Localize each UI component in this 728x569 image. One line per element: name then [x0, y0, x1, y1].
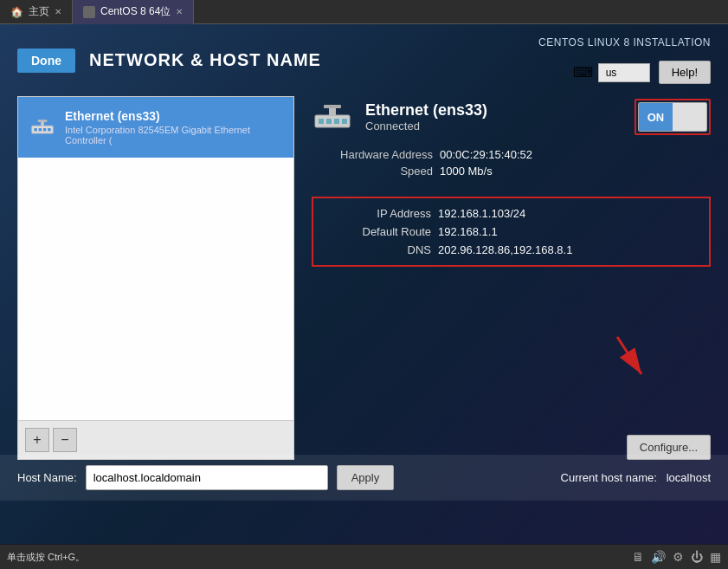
ethernet-detail-icon [312, 96, 353, 138]
main-window: Done NETWORK & HOST NAME CENTOS LINUX 8 … [0, 24, 728, 544]
content-area: Ethernet (ens33) Intel Corporation 82545… [0, 96, 728, 460]
centos-tab-icon [83, 6, 95, 18]
ethernet-list-icon [29, 113, 56, 141]
page-title: NETWORK & HOST NAME [89, 50, 321, 70]
default-route-row: Default Route 192.168.1.1 [327, 225, 695, 238]
home-icon: 🏠 [10, 6, 23, 18]
apply-button[interactable]: Apply [337, 465, 395, 490]
tab-bar: 🏠 主页 ✕ CentOS 8 64位 ✕ [0, 0, 728, 24]
svg-rect-2 [39, 128, 42, 132]
header-right: CENTOS LINUX 8 INSTALLATION ⌨ Help! [573, 36, 711, 84]
done-button[interactable]: Done [17, 48, 75, 73]
tab-centos-close[interactable]: ✕ [176, 7, 183, 16]
grid-icon: ▦ [710, 550, 721, 564]
svg-rect-10 [334, 119, 339, 124]
network-item-info: Ethernet (ens33) Intel Corporation 82545… [65, 109, 283, 145]
add-network-button[interactable]: + [25, 428, 49, 452]
sound-icon: 🔊 [651, 550, 666, 564]
toggle-container: ON [635, 99, 711, 135]
network-status-icon: 🖥 [632, 550, 644, 564]
detail-panel: Ethernet (ens33) Connected ON Hardware A… [312, 96, 711, 460]
lang-input[interactable] [598, 63, 650, 82]
tab-centos[interactable]: CentOS 8 64位 ✕ [73, 0, 194, 24]
svg-rect-1 [34, 128, 37, 132]
power-icon: ⏻ [691, 550, 703, 564]
tab-home-close[interactable]: ✕ [55, 7, 61, 16]
ip-row: IP Address 192.168.1.103/24 [327, 207, 695, 220]
help-button[interactable]: Help! [659, 61, 711, 84]
hostname-label: Host Name: [17, 471, 77, 484]
status-bar: 单击或按 Ctrl+G。 🖥 🔊 ⚙ ⏻ ▦ [0, 545, 728, 569]
status-hint: 单击或按 Ctrl+G。 [7, 551, 85, 564]
hostname-input[interactable] [86, 465, 328, 490]
tab-home[interactable]: 🏠 主页 ✕ [0, 0, 73, 24]
header: Done NETWORK & HOST NAME CENTOS LINUX 8 … [0, 24, 728, 96]
svg-rect-13 [324, 105, 341, 108]
network-item-ens33[interactable]: Ethernet (ens33) Intel Corporation 82545… [18, 97, 293, 158]
svg-rect-6 [38, 120, 48, 122]
svg-rect-3 [43, 128, 47, 132]
svg-rect-9 [326, 119, 332, 124]
network-list-spacer [18, 158, 293, 420]
network-list-actions: + − [18, 420, 293, 459]
subtitle: CENTOS LINUX 8 INSTALLATION [538, 36, 711, 48]
hardware-address-row: Hardware Address 00:0C:29:15:40:52 [312, 148, 711, 161]
detail-info: Hardware Address 00:0C:29:15:40:52 Speed… [312, 148, 711, 181]
svg-rect-4 [48, 128, 51, 132]
keyboard-icon: ⌨ [573, 64, 593, 81]
network-list-panel: Ethernet (ens33) Intel Corporation 82545… [17, 96, 294, 460]
configure-arrow [609, 333, 652, 387]
keyboard-lang-area: ⌨ [573, 63, 650, 82]
status-bar-right: 🖥 🔊 ⚙ ⏻ ▦ [632, 550, 721, 564]
remove-network-button[interactable]: − [53, 428, 77, 452]
detail-header-left: Ethernet (ens33) Connected [312, 96, 487, 138]
dns-row: DNS 202.96.128.86,192.168.8.1 [327, 243, 695, 256]
detail-name-status: Ethernet (ens33) Connected [365, 101, 487, 133]
svg-line-15 [617, 337, 641, 374]
svg-rect-8 [319, 119, 324, 124]
ip-info-box: IP Address 192.168.1.103/24 Default Rout… [312, 197, 711, 267]
speed-row: Speed 1000 Mb/s [312, 165, 711, 178]
current-hostname: Current host name: localhost [561, 471, 711, 484]
svg-rect-11 [342, 119, 347, 124]
bottom-bar: Host Name: Apply Current host name: loca… [0, 455, 728, 501]
header-left: Done NETWORK & HOST NAME [17, 48, 321, 73]
ethernet-toggle[interactable]: ON [638, 102, 707, 132]
settings-icon: ⚙ [673, 550, 684, 564]
detail-header: Ethernet (ens33) Connected ON [312, 96, 711, 138]
